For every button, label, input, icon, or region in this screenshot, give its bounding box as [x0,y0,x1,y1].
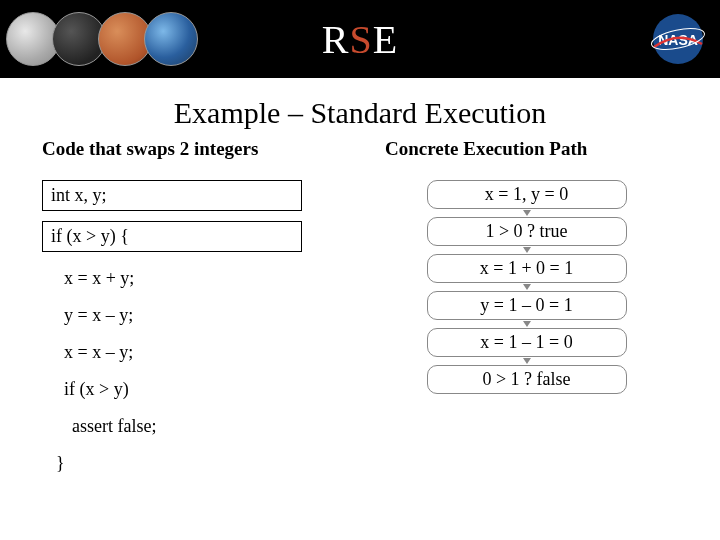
code-line-1: x = x + y; [42,262,302,295]
exec-step-3: x = 1 + 0 = 1 [427,254,627,283]
exec-step-1: x = 1, y = 0 [427,180,627,209]
execution-heading: Concrete Execution Path [375,138,678,160]
exec-step-6: 0 > 1 ? false [427,365,627,394]
header-banner: RSE NASA [0,0,720,78]
exec-step-4: y = 1 – 0 = 1 [427,291,627,320]
slide-title: Example – Standard Execution [0,96,720,130]
code-assert: assert false; [42,410,302,443]
code-heading: Code that swaps 2 integers [42,138,345,160]
slide-content: Code that swaps 2 integers int x, y; if … [0,130,720,484]
code-line-2: y = x – y; [42,299,302,332]
code-line-3: x = x – y; [42,336,302,369]
code-declaration: int x, y; [42,180,302,211]
execution-column: Concrete Execution Path x = 1, y = 0 1 >… [375,138,678,484]
code-close-brace: } [42,447,302,480]
code-column: Code that swaps 2 integers int x, y; if … [42,138,345,484]
rse-logo: RSE [322,16,398,63]
nasa-logo-icon: NASA [646,12,710,66]
code-inner-if: if (x > y) [42,373,302,406]
planet-row [6,12,190,66]
code-if-condition: if (x > y) { [42,221,302,252]
execution-steps: x = 1, y = 0 1 > 0 ? true x = 1 + 0 = 1 … [375,180,678,394]
earth-icon [144,12,198,66]
exec-step-5: x = 1 – 1 = 0 [427,328,627,357]
exec-step-2: 1 > 0 ? true [427,217,627,246]
